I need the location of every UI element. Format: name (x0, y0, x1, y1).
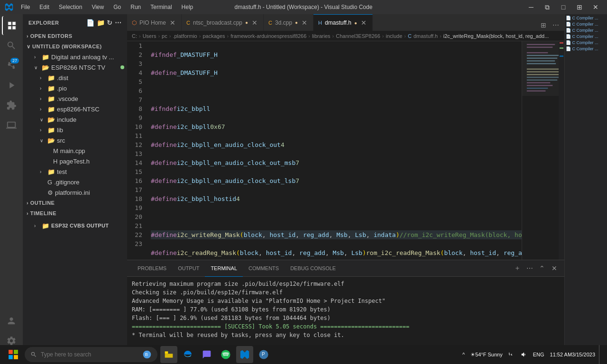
sidebar-item-main-cpp[interactable]: › M main.cpp (23, 146, 127, 156)
tray-network[interactable] (506, 345, 517, 364)
breadcrumb-c[interactable]: C: (132, 33, 137, 39)
terminal-tab-terminal[interactable]: TERMINAL (205, 260, 243, 277)
activity-remote[interactable] (2, 116, 21, 135)
menu-terminal[interactable]: Terminal (147, 3, 175, 11)
activity-explorer[interactable] (2, 16, 21, 35)
tab-dmastuff[interactable]: H dmastuff.h ● ✕ (313, 14, 373, 31)
breadcrumb-platformio[interactable]: .platformio (173, 33, 197, 39)
workspace-section[interactable]: ∨ UNTITLED (WORKSPACE) (23, 41, 127, 52)
outline-section[interactable]: › OUTLINE (23, 198, 127, 208)
taskbar-python[interactable]: P (255, 346, 272, 363)
taskbar-file-explorer[interactable] (160, 346, 177, 363)
open-editors-section[interactable]: › OPEN EDITORS (23, 31, 127, 41)
menu-file[interactable]: File (17, 3, 34, 11)
breadcrumb-libraries[interactable]: libraries (312, 33, 331, 39)
sidebar-item-src[interactable]: ∨ 📂 src (23, 135, 127, 146)
sidebar-item-pagetest[interactable]: › H pageTest.h (23, 156, 127, 166)
taskbar-search-box[interactable]: B (25, 347, 157, 362)
tray-battery-weather[interactable]: ☀ 54°F Sunny (469, 345, 505, 364)
sidebar-item-esp8266[interactable]: ∨ 📂 ESP8266 NTSC TV (23, 62, 127, 73)
minimize-button[interactable]: ─ (524, 2, 538, 12)
breadcrumb-users[interactable]: Users (143, 33, 156, 39)
breadcrumb-channel3[interactable]: Channel3ESP8266 (336, 33, 380, 39)
sidebar-item-gitignore[interactable]: › G .gitignore (23, 177, 127, 187)
terminal-tab-problems[interactable]: PROBLEMS (132, 260, 172, 277)
menu-run[interactable]: Run (127, 3, 145, 11)
split-terminal-icon[interactable]: ⋯ (524, 263, 535, 273)
terminal-tab-comments[interactable]: COMMENTS (243, 260, 285, 277)
activity-run[interactable] (2, 76, 21, 95)
breadcrumb-function[interactable]: i2c_writeReg_Mask(block, host_id, reg_ad… (443, 33, 549, 39)
tab-3d-cpp[interactable]: C 3d.cpp ● ✕ (264, 14, 313, 31)
breadcrumb-framework[interactable]: framework-arduinoespressif8266 (230, 33, 306, 39)
code-area[interactable]: 12345 678910 1112131415 1617181920 21222… (127, 41, 522, 260)
tray-language[interactable]: ENG (531, 345, 546, 364)
tray-expand[interactable]: ^ (460, 345, 467, 364)
taskbar-chat[interactable] (198, 346, 215, 363)
menu-go[interactable]: Go (110, 3, 125, 11)
taskbar-start-button[interactable] (4, 345, 23, 364)
terminal-content[interactable]: Retrieving maximum program size .pio/bui… (127, 277, 564, 352)
tab-pio-home[interactable]: ⬡ PIO Home ✕ (127, 14, 182, 31)
taskbar-edge[interactable] (179, 346, 196, 363)
timeline-section[interactable]: › TIMELINE (23, 208, 127, 218)
split-editor-icon[interactable]: ⊞ (538, 19, 549, 31)
menu-edit[interactable]: Edit (36, 3, 53, 11)
terminal-tab-debug-console[interactable]: DEBUG CONSOLE (285, 260, 341, 277)
sidebar-item-vscode[interactable]: › 📁 .vscode (23, 93, 127, 104)
tray-volume[interactable] (519, 345, 529, 364)
breadcrumb-packages[interactable]: packages (202, 33, 225, 39)
restore-button[interactable]: ⧉ (541, 2, 554, 12)
sidebar-item-include[interactable]: ∨ 📂 include (23, 114, 127, 125)
tray-clock[interactable]: 11:52 AM 3/15/2023 (548, 345, 597, 364)
tab-ntsc-broadcast[interactable]: C ntsc_broadcast.cpp ● ✕ (182, 14, 264, 31)
menu-selection[interactable]: Selection (55, 3, 86, 11)
pio-home-tab-close[interactable]: ✕ (169, 19, 176, 27)
sidebar-item-esp8266-ntsc[interactable]: › 📁 esp8266-NTSC (23, 104, 127, 114)
close-button[interactable]: ✕ (589, 2, 602, 12)
close-panel-icon[interactable]: ✕ (549, 263, 560, 273)
menu-help[interactable]: Help (178, 3, 197, 11)
split-button[interactable]: ⊞ (573, 2, 586, 12)
breadcrumb-include[interactable]: include (386, 33, 402, 39)
activity-search[interactable] (2, 36, 21, 55)
activity-extensions[interactable] (2, 96, 21, 115)
sidebar-more-icon[interactable]: ⋯ (115, 19, 122, 27)
dmastuff-tab-close[interactable]: ✕ (360, 19, 368, 27)
ntsc-tab-close[interactable]: ✕ (251, 19, 258, 27)
tab-bar-more-icon[interactable]: ⋯ (550, 19, 561, 31)
terminal-line-3: Advanced Memory Usage is available via "… (132, 297, 560, 305)
maximize-panel-icon[interactable]: ⌃ (537, 263, 547, 273)
sidebar-item-pio[interactable]: › 📁 .pio (23, 83, 127, 93)
sidebar-item-esp32-cvbs[interactable]: › 📁 ESP32 CVBS OUTPUT (23, 220, 127, 231)
3d-tab-close[interactable]: ✕ (301, 19, 308, 27)
activity-source-control[interactable]: 27 (2, 56, 21, 75)
sidebar-new-folder-icon[interactable]: 📁 (97, 19, 105, 27)
sidebar-item-lib[interactable]: › 📁 lib (23, 125, 127, 135)
maximize-button[interactable]: □ (557, 2, 570, 12)
code-lines[interactable]: #ifndef _DMASTUFF_H #define _DMASTUFF_H … (146, 41, 522, 260)
gutter-line-2: 📄 C Compiler ... (566, 21, 606, 27)
activity-bar: 27 (0, 14, 23, 352)
svg-rect-16 (522, 41, 564, 96)
sidebar-refresh-icon[interactable]: ↻ (107, 19, 113, 27)
breadcrumb-sep-8: › (382, 33, 384, 39)
sidebar-item-digital-tv[interactable]: › 📁 Digital and anloag tv ... (23, 52, 127, 62)
breadcrumb-dmastuff[interactable]: dmastuff.h (414, 33, 438, 39)
sidebar-item-platformio-ini[interactable]: › ⚙ platformio.ini (23, 187, 127, 198)
terminal-tab-output[interactable]: OUTPUT (172, 260, 205, 277)
sidebar-new-file-icon[interactable]: 📄 (86, 19, 95, 27)
3d-tab-icon: C (268, 20, 272, 26)
menu-view[interactable]: View (88, 3, 108, 11)
tray-show-desktop[interactable] (599, 345, 603, 364)
taskbar-spotify[interactable] (217, 346, 234, 363)
breadcrumb-c-lang[interactable]: C (408, 33, 412, 39)
new-terminal-icon[interactable]: ＋ (512, 263, 523, 273)
sidebar-item-test[interactable]: › 📁 test (23, 166, 127, 177)
activity-accounts[interactable] (2, 311, 21, 330)
taskbar-vscode-app[interactable] (236, 346, 253, 363)
sidebar-item-dist[interactable]: › 📁 .dist (23, 73, 127, 83)
dmastuff-tab-label: dmastuff.h (325, 19, 351, 26)
breadcrumb-pc[interactable]: pc (162, 33, 167, 39)
search-input[interactable] (41, 351, 138, 358)
